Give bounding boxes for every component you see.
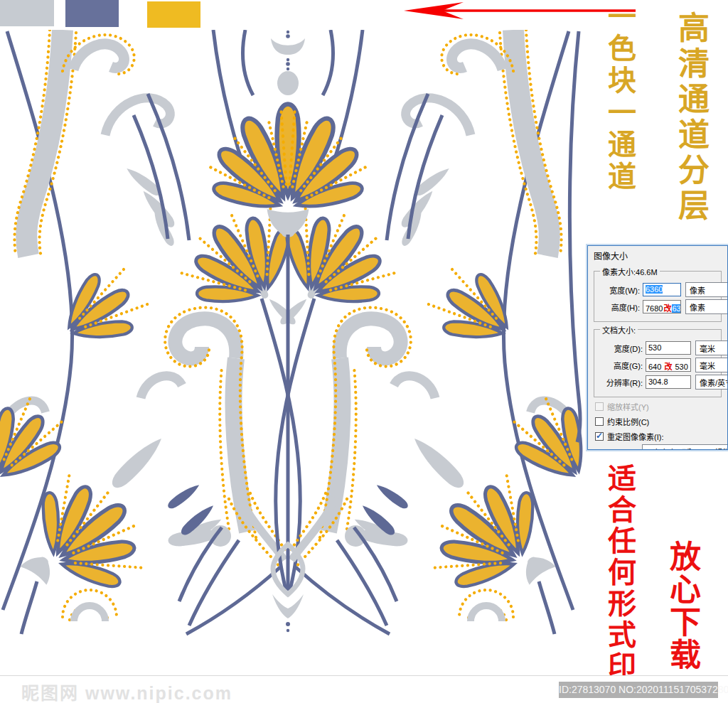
site-name: 昵图网 (21, 683, 79, 703)
calligraphy-one-block-one-channel: 一色块一通道 (606, 1, 634, 193)
change-mark: 改 (663, 363, 673, 371)
doc-height-label: 高度(G): (599, 360, 643, 371)
color-swatch-blue (65, 0, 119, 27)
id-badge: ID:27813070 NO:20201115170537280037 (559, 682, 718, 698)
pixel-width-unit: 像素 (690, 284, 705, 296)
resample-method-dropdown[interactable]: 两次立方（适用于平滑渐变 (642, 444, 728, 450)
checkbox-box[interactable] (595, 417, 604, 426)
resolution-label: 分辨率(R): (599, 377, 643, 388)
doc-width-unit-dropdown[interactable]: 毫米 (695, 340, 728, 355)
central-fan-flower (208, 104, 368, 213)
resolution-value: 304.8 (648, 377, 668, 386)
doc-height-new-value: 530 (675, 363, 687, 371)
dialog-title: 图像大小 (594, 252, 628, 262)
change-mark: 改 (663, 304, 672, 313)
document-size-legend: 文档大小: (600, 324, 638, 336)
color-swatch-gray (0, 0, 54, 26)
color-swatch-yellow (147, 1, 200, 28)
nipic-watermark: 昵图网 www.nipic.com (21, 679, 232, 703)
calligraphy-suitable-any-print-form: 适合任何形式印 (606, 463, 634, 682)
dialog-title-bar[interactable]: 图像大小 (588, 246, 727, 264)
doc-width-unit: 毫米 (700, 343, 715, 354)
doc-height-unit: 毫米 (700, 360, 715, 371)
doc-width-input[interactable]: 530 (646, 341, 691, 355)
image-size-dialog: 图像大小 像素大小:46.6M 宽度(W): 6360 像素 高度(H): 76… (587, 245, 728, 450)
pixel-width-unit-dropdown[interactable]: 像素 (685, 282, 728, 297)
doc-width-value: 530 (648, 343, 661, 352)
resolution-unit: 像素/英寸 (700, 377, 728, 388)
pixel-size-group: 像素大小:46.6M 宽度(W): 6360 像素 高度(H): 7680改63… (594, 271, 722, 322)
red-arrow-left-icon (395, 0, 640, 23)
checkbox-label: 重定图像像素(I): (607, 431, 663, 442)
checkbox-box (595, 402, 604, 411)
document-size-group: 文档大小: 宽度(D): 530 毫米 高度(G): 640 改 530 毫米 … (594, 329, 722, 397)
doc-height-unit-dropdown[interactable]: 毫米 (695, 358, 728, 372)
pixel-height-unit: 像素 (690, 301, 705, 313)
resolution-unit-dropdown[interactable]: 像素/英寸 (695, 375, 728, 390)
damask-pattern (0, 30, 583, 677)
checkbox-scale-styles: 缩放样式(Y) (595, 401, 727, 412)
pixel-width-input[interactable]: 6360 (643, 283, 681, 296)
doc-width-label: 宽度(D): (599, 343, 643, 354)
pixel-height-new-value: 6360 (672, 304, 681, 313)
pixel-width-value: 6360 (646, 285, 663, 294)
checkbox-label: 约束比例(C) (607, 416, 649, 427)
checkbox-resample-image[interactable]: 重定图像像素(I): (595, 431, 727, 442)
pixel-size-legend: 像素大小:46.6M (600, 266, 660, 277)
checkbox-box-checked[interactable] (595, 432, 604, 441)
pixel-height-input[interactable]: 7680改6360 (643, 300, 681, 313)
pixel-height-label: 高度(H): (599, 301, 640, 313)
pixel-height-unit-dropdown[interactable]: 像素 (685, 299, 728, 314)
calligraphy-hd-channel-layers: 高清通道分层 (675, 11, 707, 225)
pixel-width-label: 宽度(W): (599, 284, 640, 296)
site-url: www.nipic.com (85, 683, 232, 703)
resolution-input[interactable]: 304.8 (646, 375, 691, 389)
doc-height-old-value: 640 (648, 363, 661, 371)
checkbox-constrain-proportions[interactable]: 约束比例(C) (595, 416, 727, 427)
calligraphy-download-with-confidence: 放心下载 (667, 540, 698, 671)
checkbox-label: 缩放样式(Y) (607, 401, 649, 412)
pixel-height-old-value: 7680 (646, 304, 663, 313)
page: 高清通道分层 一色块一通道 适合任何形式印 放心下载 图像大小 像素大小:46.… (0, 0, 728, 703)
doc-height-input[interactable]: 640 改 530 (646, 358, 691, 372)
